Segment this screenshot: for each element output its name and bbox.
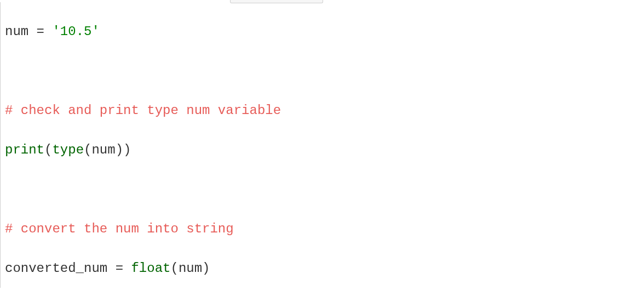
code-line: # check and print type num variable	[5, 101, 644, 121]
string-literal: '10.5'	[52, 24, 99, 39]
builtin: type	[52, 143, 84, 157]
operator: =	[107, 261, 131, 276]
paren: )	[123, 143, 131, 157]
builtin: print	[5, 143, 44, 157]
identifier: num	[179, 261, 202, 276]
operator: =	[28, 24, 52, 39]
comment: # convert the num into string	[5, 221, 234, 236]
identifier: converted_num	[5, 261, 107, 276]
identifier: num	[91, 143, 115, 157]
code-editor[interactable]: num = '10.5' # check and print type num …	[0, 2, 644, 288]
code-line	[5, 61, 644, 81]
paren: (	[170, 261, 178, 276]
paren: )	[116, 143, 123, 157]
code-line: # convert the num into string	[5, 219, 644, 239]
code-line	[5, 180, 644, 200]
code-line: num = '10.5'	[5, 22, 644, 42]
paren: )	[202, 261, 210, 276]
paren: (	[44, 143, 52, 157]
builtin: float	[131, 261, 170, 276]
code-line: print(type(num))	[5, 140, 644, 160]
paren: (	[84, 143, 91, 157]
code-line: converted_num = float(num)	[5, 259, 644, 278]
identifier: num	[5, 24, 28, 39]
toolbar-fragment	[230, 0, 323, 3]
comment: # check and print type num variable	[5, 103, 281, 118]
